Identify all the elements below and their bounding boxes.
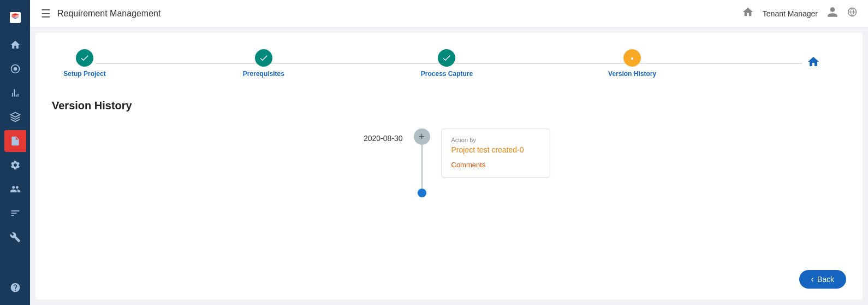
user-avatar-icon[interactable] (827, 6, 839, 21)
global-settings-icon[interactable] (847, 7, 857, 20)
timeline-row: 2020-08-30 + Action by Project test crea… (348, 128, 550, 197)
hamburger-icon[interactable]: ☰ (41, 7, 51, 20)
home-header-icon[interactable] (742, 6, 754, 21)
svg-point-2 (13, 67, 17, 71)
back-button-label: Back (817, 275, 834, 284)
app-title: Requirement Management (57, 9, 160, 19)
stepper: Setup Project Prerequisites Process Capt… (52, 44, 846, 83)
step-process-label: Process Capture (421, 70, 473, 78)
sidebar-item-filter[interactable] (4, 202, 26, 224)
sidebar-logo[interactable] (4, 7, 26, 28)
step-prerequisites-label: Prerequisites (243, 70, 284, 78)
tenant-manager-label: Tenant Manager (763, 9, 818, 18)
timeline-card: Action by Project test created-0 Comment… (441, 128, 550, 178)
top-header: ☰ Requirement Management Tenant Manager (30, 0, 868, 27)
card-action-version: 0 (520, 145, 524, 154)
step-setup-label: Setup Project (63, 70, 105, 78)
step-setup-circle (76, 49, 93, 67)
step-setup[interactable]: Setup Project (63, 49, 106, 78)
back-button[interactable]: ‹ Back (799, 270, 846, 289)
sidebar-item-wrench[interactable] (4, 226, 26, 248)
step-home[interactable] (792, 53, 835, 74)
sidebar (0, 0, 30, 305)
sidebar-item-help[interactable] (4, 277, 26, 298)
sidebar-item-home[interactable] (4, 34, 26, 56)
content-wrapper: Setup Project Prerequisites Process Capt… (35, 33, 863, 300)
step-prerequisites-circle (255, 49, 272, 67)
header-right: Tenant Manager (742, 6, 857, 21)
step-process[interactable]: Process Capture (421, 49, 473, 78)
sidebar-item-document[interactable] (4, 130, 26, 152)
back-arrow-icon: ‹ (811, 274, 814, 284)
timeline-date: 2020-08-30 (348, 134, 403, 143)
back-btn-container: ‹ Back (52, 265, 846, 289)
timeline-dot (418, 189, 426, 197)
timeline-expand-button[interactable]: + (414, 128, 430, 145)
sidebar-item-reports[interactable] (4, 82, 26, 104)
step-version-label: Version History (608, 70, 656, 78)
card-action-text: Project test created-0 (451, 145, 540, 154)
timeline-vertical-line (421, 145, 423, 189)
page-title: Version History (52, 99, 846, 112)
sidebar-item-layers[interactable] (4, 106, 26, 128)
step-prerequisites[interactable]: Prerequisites (242, 49, 286, 78)
timeline-container: 2020-08-30 + Action by Project test crea… (52, 123, 846, 203)
sidebar-item-team[interactable] (4, 178, 26, 200)
card-action-label: Action by (451, 137, 540, 143)
sidebar-item-settings[interactable] (4, 154, 26, 176)
step-version-circle: ● (623, 49, 641, 67)
main-area: ☰ Requirement Management Tenant Manager (30, 0, 868, 305)
step-process-circle (438, 49, 455, 67)
step-home-circle (805, 53, 822, 71)
card-action-main-text: Project test created- (451, 145, 520, 154)
timeline-line-container: + (414, 128, 430, 197)
sidebar-item-project[interactable] (4, 58, 26, 80)
step-version[interactable]: ● Version History (608, 49, 656, 78)
card-comments-link[interactable]: Comments (451, 161, 486, 169)
